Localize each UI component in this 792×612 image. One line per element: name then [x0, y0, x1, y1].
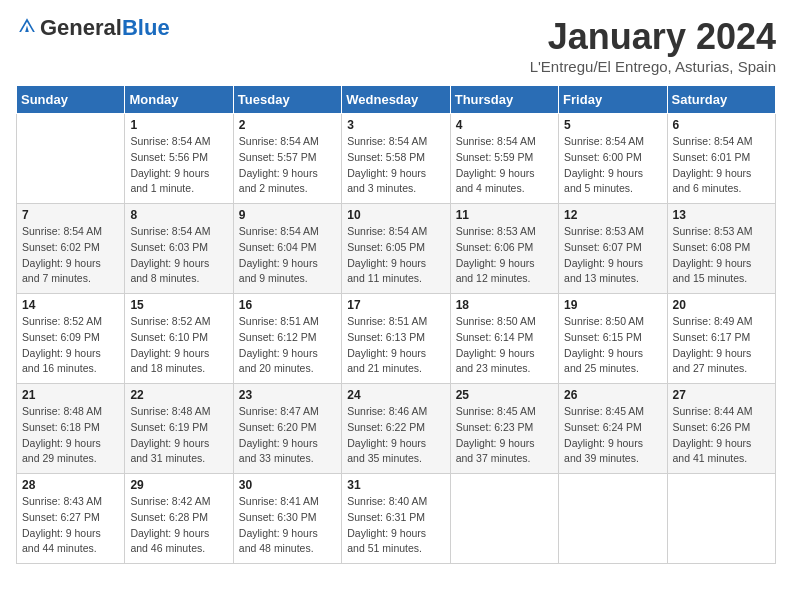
calendar-cell: 6Sunrise: 8:54 AMSunset: 6:01 PMDaylight…	[667, 114, 775, 204]
calendar-cell: 18Sunrise: 8:50 AMSunset: 6:14 PMDayligh…	[450, 294, 558, 384]
day-number: 22	[130, 388, 227, 402]
calendar-cell	[17, 114, 125, 204]
day-info: Sunrise: 8:54 AMSunset: 5:59 PMDaylight:…	[456, 134, 553, 197]
logo-blue-text: Blue	[122, 15, 170, 40]
day-number: 29	[130, 478, 227, 492]
day-number: 14	[22, 298, 119, 312]
logo: GeneralBlue	[16, 16, 170, 40]
calendar-cell: 17Sunrise: 8:51 AMSunset: 6:13 PMDayligh…	[342, 294, 450, 384]
week-row-3: 14Sunrise: 8:52 AMSunset: 6:09 PMDayligh…	[17, 294, 776, 384]
day-number: 28	[22, 478, 119, 492]
calendar-cell: 29Sunrise: 8:42 AMSunset: 6:28 PMDayligh…	[125, 474, 233, 564]
calendar-cell: 25Sunrise: 8:45 AMSunset: 6:23 PMDayligh…	[450, 384, 558, 474]
day-number: 15	[130, 298, 227, 312]
header-day-saturday: Saturday	[667, 86, 775, 114]
day-number: 27	[673, 388, 770, 402]
week-row-1: 1Sunrise: 8:54 AMSunset: 5:56 PMDaylight…	[17, 114, 776, 204]
day-number: 4	[456, 118, 553, 132]
day-number: 7	[22, 208, 119, 222]
week-row-4: 21Sunrise: 8:48 AMSunset: 6:18 PMDayligh…	[17, 384, 776, 474]
day-info: Sunrise: 8:50 AMSunset: 6:15 PMDaylight:…	[564, 314, 661, 377]
day-info: Sunrise: 8:44 AMSunset: 6:26 PMDaylight:…	[673, 404, 770, 467]
day-info: Sunrise: 8:45 AMSunset: 6:23 PMDaylight:…	[456, 404, 553, 467]
calendar-body: 1Sunrise: 8:54 AMSunset: 5:56 PMDaylight…	[17, 114, 776, 564]
calendar-subtitle: L'Entregu/El Entrego, Asturias, Spain	[530, 58, 776, 75]
day-info: Sunrise: 8:53 AMSunset: 6:08 PMDaylight:…	[673, 224, 770, 287]
day-number: 3	[347, 118, 444, 132]
day-info: Sunrise: 8:54 AMSunset: 6:03 PMDaylight:…	[130, 224, 227, 287]
day-info: Sunrise: 8:54 AMSunset: 6:02 PMDaylight:…	[22, 224, 119, 287]
day-number: 31	[347, 478, 444, 492]
calendar-cell: 30Sunrise: 8:41 AMSunset: 6:30 PMDayligh…	[233, 474, 341, 564]
day-number: 11	[456, 208, 553, 222]
calendar-cell: 16Sunrise: 8:51 AMSunset: 6:12 PMDayligh…	[233, 294, 341, 384]
calendar-cell: 8Sunrise: 8:54 AMSunset: 6:03 PMDaylight…	[125, 204, 233, 294]
day-info: Sunrise: 8:42 AMSunset: 6:28 PMDaylight:…	[130, 494, 227, 557]
header-day-wednesday: Wednesday	[342, 86, 450, 114]
day-number: 5	[564, 118, 661, 132]
calendar-cell: 19Sunrise: 8:50 AMSunset: 6:15 PMDayligh…	[559, 294, 667, 384]
day-number: 30	[239, 478, 336, 492]
day-info: Sunrise: 8:54 AMSunset: 6:00 PMDaylight:…	[564, 134, 661, 197]
day-number: 26	[564, 388, 661, 402]
day-info: Sunrise: 8:54 AMSunset: 5:56 PMDaylight:…	[130, 134, 227, 197]
day-number: 16	[239, 298, 336, 312]
header-day-sunday: Sunday	[17, 86, 125, 114]
day-number: 21	[22, 388, 119, 402]
calendar-title: January 2024	[530, 16, 776, 58]
calendar-cell: 2Sunrise: 8:54 AMSunset: 5:57 PMDaylight…	[233, 114, 341, 204]
calendar-cell: 23Sunrise: 8:47 AMSunset: 6:20 PMDayligh…	[233, 384, 341, 474]
calendar-cell: 22Sunrise: 8:48 AMSunset: 6:19 PMDayligh…	[125, 384, 233, 474]
calendar-table: SundayMondayTuesdayWednesdayThursdayFrid…	[16, 85, 776, 564]
calendar-cell: 14Sunrise: 8:52 AMSunset: 6:09 PMDayligh…	[17, 294, 125, 384]
day-info: Sunrise: 8:48 AMSunset: 6:18 PMDaylight:…	[22, 404, 119, 467]
day-info: Sunrise: 8:53 AMSunset: 6:06 PMDaylight:…	[456, 224, 553, 287]
calendar-cell: 26Sunrise: 8:45 AMSunset: 6:24 PMDayligh…	[559, 384, 667, 474]
calendar-cell: 13Sunrise: 8:53 AMSunset: 6:08 PMDayligh…	[667, 204, 775, 294]
day-info: Sunrise: 8:54 AMSunset: 5:58 PMDaylight:…	[347, 134, 444, 197]
day-number: 2	[239, 118, 336, 132]
day-info: Sunrise: 8:50 AMSunset: 6:14 PMDaylight:…	[456, 314, 553, 377]
page-header: GeneralBlue January 2024 L'Entregu/El En…	[16, 16, 776, 75]
calendar-cell: 12Sunrise: 8:53 AMSunset: 6:07 PMDayligh…	[559, 204, 667, 294]
calendar-cell: 5Sunrise: 8:54 AMSunset: 6:00 PMDaylight…	[559, 114, 667, 204]
calendar-cell	[559, 474, 667, 564]
calendar-cell: 15Sunrise: 8:52 AMSunset: 6:10 PMDayligh…	[125, 294, 233, 384]
logo-icon	[18, 17, 36, 35]
header-day-monday: Monday	[125, 86, 233, 114]
title-block: January 2024 L'Entregu/El Entrego, Astur…	[530, 16, 776, 75]
calendar-cell	[667, 474, 775, 564]
day-info: Sunrise: 8:53 AMSunset: 6:07 PMDaylight:…	[564, 224, 661, 287]
calendar-cell	[450, 474, 558, 564]
day-number: 23	[239, 388, 336, 402]
day-info: Sunrise: 8:51 AMSunset: 6:13 PMDaylight:…	[347, 314, 444, 377]
calendar-cell: 27Sunrise: 8:44 AMSunset: 6:26 PMDayligh…	[667, 384, 775, 474]
calendar-cell: 21Sunrise: 8:48 AMSunset: 6:18 PMDayligh…	[17, 384, 125, 474]
calendar-header: SundayMondayTuesdayWednesdayThursdayFrid…	[17, 86, 776, 114]
day-info: Sunrise: 8:47 AMSunset: 6:20 PMDaylight:…	[239, 404, 336, 467]
calendar-cell: 24Sunrise: 8:46 AMSunset: 6:22 PMDayligh…	[342, 384, 450, 474]
day-info: Sunrise: 8:54 AMSunset: 6:04 PMDaylight:…	[239, 224, 336, 287]
header-day-thursday: Thursday	[450, 86, 558, 114]
day-number: 17	[347, 298, 444, 312]
day-number: 18	[456, 298, 553, 312]
day-number: 8	[130, 208, 227, 222]
day-number: 13	[673, 208, 770, 222]
day-number: 6	[673, 118, 770, 132]
calendar-cell: 7Sunrise: 8:54 AMSunset: 6:02 PMDaylight…	[17, 204, 125, 294]
day-number: 12	[564, 208, 661, 222]
day-number: 25	[456, 388, 553, 402]
day-info: Sunrise: 8:54 AMSunset: 6:01 PMDaylight:…	[673, 134, 770, 197]
day-info: Sunrise: 8:49 AMSunset: 6:17 PMDaylight:…	[673, 314, 770, 377]
calendar-cell: 4Sunrise: 8:54 AMSunset: 5:59 PMDaylight…	[450, 114, 558, 204]
header-day-friday: Friday	[559, 86, 667, 114]
day-info: Sunrise: 8:43 AMSunset: 6:27 PMDaylight:…	[22, 494, 119, 557]
logo-general-text: General	[40, 15, 122, 40]
day-number: 1	[130, 118, 227, 132]
day-number: 20	[673, 298, 770, 312]
day-info: Sunrise: 8:51 AMSunset: 6:12 PMDaylight:…	[239, 314, 336, 377]
header-day-tuesday: Tuesday	[233, 86, 341, 114]
day-info: Sunrise: 8:54 AMSunset: 6:05 PMDaylight:…	[347, 224, 444, 287]
header-row: SundayMondayTuesdayWednesdayThursdayFrid…	[17, 86, 776, 114]
day-number: 19	[564, 298, 661, 312]
